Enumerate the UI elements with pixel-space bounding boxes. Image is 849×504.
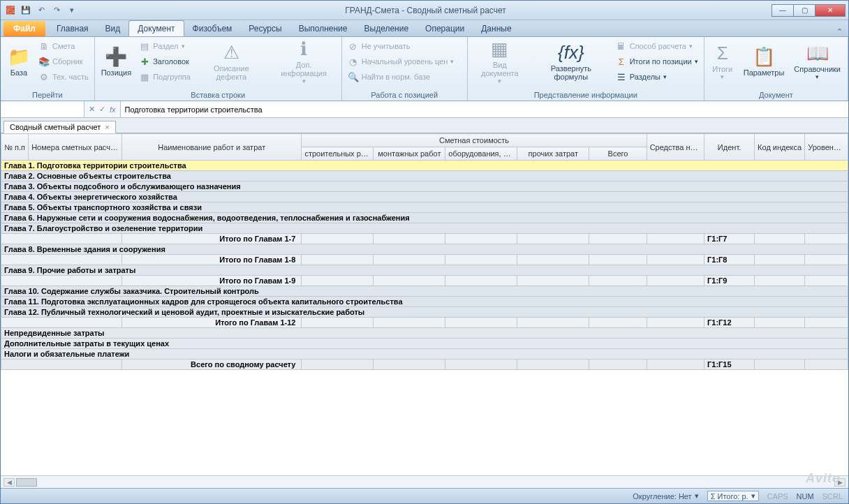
qat-redo-icon[interactable]: ↷: [50, 3, 64, 17]
status-sum[interactable]: Σ Итого: р. ▾: [707, 491, 759, 501]
close-tab-icon[interactable]: ×: [105, 123, 109, 131]
col-c1[interactable]: строительных работ: [302, 147, 374, 161]
table-row[interactable]: Глава 2. Основные объекты строительства: [1, 171, 848, 181]
podgruppa-button[interactable]: ▦Подгруппа: [136, 69, 193, 84]
scroll-right-icon[interactable]: ▶: [834, 478, 846, 487]
findnorm-button[interactable]: 🔍Найти в норм. базе: [345, 69, 464, 84]
name-box[interactable]: [1, 101, 84, 117]
itogi-button[interactable]: ΣИтоги: [707, 38, 738, 86]
col-cost[interactable]: Сметная стоимость: [302, 134, 647, 147]
formula-cancel-icon[interactable]: ✕: [89, 105, 95, 114]
smeta-button[interactable]: 🗎Смета: [36, 38, 91, 54]
maximize-button[interactable]: ▢: [793, 4, 815, 17]
sheet-tab[interactable]: Сводный сметный расчет×: [3, 121, 116, 133]
table-row[interactable]: Итого по Главам 1-8Г1:Г8: [1, 255, 848, 265]
col-level[interactable]: Уровень цен: [805, 134, 848, 161]
table-row[interactable]: Глава 11. Подготовка эксплуатационных ка…: [1, 297, 848, 307]
method-button[interactable]: 🖩Способ расчета: [613, 38, 701, 54]
formula-input[interactable]: Подготовка территории строительства: [121, 101, 848, 117]
table-row[interactable]: Итого по Главам 1-7Г1:Г7: [1, 234, 848, 244]
help-icon[interactable]: ⌃: [836, 27, 843, 36]
minimize-button[interactable]: —: [772, 4, 794, 17]
table-row[interactable]: Глава 7. Благоустройство и озеленение те…: [1, 223, 848, 234]
table-row[interactable]: Глава 1. Подготовка территории строитель…: [1, 161, 848, 171]
col-name[interactable]: Наименование работ и затрат: [121, 134, 301, 161]
col-ident[interactable]: Идент.: [704, 134, 755, 161]
col-codes[interactable]: Номера сметных расчетов и смет: [29, 134, 122, 161]
qat-undo-icon[interactable]: ↶: [34, 3, 48, 17]
qat-save-icon[interactable]: 💾: [19, 3, 33, 17]
table-row[interactable]: Глава 12. Публичный технологический и це…: [1, 307, 848, 318]
tab-document[interactable]: Документ: [128, 20, 184, 36]
viddoc-button[interactable]: ▦Вид документа: [471, 38, 529, 86]
table-row[interactable]: Непредвиденные затраты: [1, 328, 848, 339]
qat-dropdown-icon[interactable]: ▾: [65, 3, 79, 17]
tab-selection[interactable]: Выделение: [356, 21, 418, 36]
tab-fizobem[interactable]: Физобъем: [184, 21, 241, 36]
zagolovok-button[interactable]: ✚Заголовок: [136, 54, 193, 69]
col-labor[interactable]: Средства на оплату труда: [647, 134, 704, 161]
table-row[interactable]: Глава 8. Временные здания и сооружения: [1, 244, 848, 255]
app-icon[interactable]: 🧱: [3, 3, 17, 17]
group-presentation: ▦Вид документа {fx}Развернуть формулы 🖩С…: [468, 37, 704, 101]
status-round[interactable]: Округление: Нет ▾: [633, 491, 698, 501]
file-tab[interactable]: Файл: [3, 21, 45, 36]
col-c2[interactable]: монтажных работ: [374, 147, 445, 161]
tech-button[interactable]: ⚙Тех. часть: [36, 69, 91, 84]
header-icon: ✚: [139, 57, 150, 67]
table-row[interactable]: Дополнительные затраты в текущих ценах: [1, 339, 848, 349]
table-row[interactable]: Итого по Главам 1-9Г1:Г9: [1, 276, 848, 286]
tab-operations[interactable]: Операции: [417, 21, 473, 36]
table-row[interactable]: Глава 5. Объекты транспортного хозяйства…: [1, 202, 848, 213]
position-button[interactable]: ➕Позиция: [98, 38, 135, 86]
nach-button[interactable]: ◔Начальный уровень цен: [345, 54, 464, 69]
book-icon: 📚: [38, 57, 50, 67]
params-button[interactable]: 📋Параметры: [739, 38, 789, 86]
table-area: № п.п Номера сметных расчетов и смет Наи…: [1, 133, 848, 475]
close-button[interactable]: ✕: [815, 4, 846, 17]
table-row[interactable]: Итого по Главам 1-12Г1:Г12: [1, 318, 848, 328]
tab-view[interactable]: Вид: [97, 21, 129, 36]
sheet-tabs: Сводный сметный расчет×: [1, 118, 848, 133]
razdel-button[interactable]: ▤Раздел: [136, 38, 193, 54]
horizontal-scrollbar[interactable]: ◀ ▶: [1, 475, 848, 488]
coin-icon: ◔: [348, 57, 359, 67]
sbornik-button[interactable]: 📚Сборник: [36, 54, 91, 69]
table-row[interactable]: Глава 9. Прочие работы и затраты: [1, 265, 848, 276]
col-c4[interactable]: прочих затрат: [517, 147, 589, 161]
group-goto-label: Перейти: [3, 90, 91, 101]
col-index[interactable]: Код индекса: [755, 134, 805, 161]
tab-execution[interactable]: Выполнение: [290, 21, 356, 36]
folder-icon: 📁: [8, 47, 30, 68]
table-row[interactable]: Глава 3. Объекты подсобного и обслуживаю…: [1, 181, 848, 192]
dopinfo-button[interactable]: ℹДоп. информация: [270, 38, 339, 86]
col-c3[interactable]: оборудования, мебели, инвентаря: [445, 147, 517, 161]
scroll-left-icon[interactable]: ◀: [3, 478, 15, 487]
sprav-button[interactable]: 📖Справочники: [790, 38, 845, 86]
base-button[interactable]: 📁База: [3, 38, 34, 86]
table-row[interactable]: Глава 6. Наружные сети и сооружения водо…: [1, 213, 848, 223]
expand-button[interactable]: {fx}Развернуть формулы: [531, 38, 612, 86]
table-row[interactable]: Глава 4. Объекты энергетического хозяйст…: [1, 192, 848, 202]
fx-icon[interactable]: fx: [110, 105, 116, 114]
tab-main[interactable]: Главная: [48, 21, 97, 36]
itogipos-button[interactable]: ΣИтоги по позиции: [613, 54, 701, 69]
tab-resources[interactable]: Ресурсы: [240, 21, 290, 36]
col-num[interactable]: № п.п: [1, 134, 29, 161]
razdely-button[interactable]: ☰Разделы: [613, 69, 701, 84]
formula-accept-icon[interactable]: ✓: [99, 105, 105, 114]
neuch-button[interactable]: ⊘Не учитывать: [345, 38, 464, 54]
tab-data[interactable]: Данные: [473, 21, 519, 36]
formula-buttons: ✕ ✓ fx: [84, 101, 121, 117]
group-workpos: ⊘Не учитывать ◔Начальный уровень цен 🔍На…: [342, 37, 468, 101]
col-total[interactable]: Всего: [589, 147, 647, 161]
scroll-thumb[interactable]: [16, 478, 37, 487]
table-row[interactable]: Всего по сводному расчетуГ1:Г15: [1, 360, 848, 370]
table-row[interactable]: Налоги и обязательные платежи: [1, 349, 848, 360]
defect-button[interactable]: ⚠Описание дефекта: [195, 38, 268, 86]
window-buttons: — ▢ ✕: [772, 4, 846, 17]
formula-bar: ✕ ✓ fx Подготовка территории строительст…: [1, 101, 848, 118]
table-row[interactable]: Глава 10. Содержание службы заказчика. С…: [1, 286, 848, 297]
ribbon-panel: 📁База 🗎Смета 📚Сборник ⚙Тех. часть Перейт…: [1, 37, 848, 101]
group-document: ΣИтоги 📋Параметры 📖Справочники Документ: [704, 37, 848, 101]
